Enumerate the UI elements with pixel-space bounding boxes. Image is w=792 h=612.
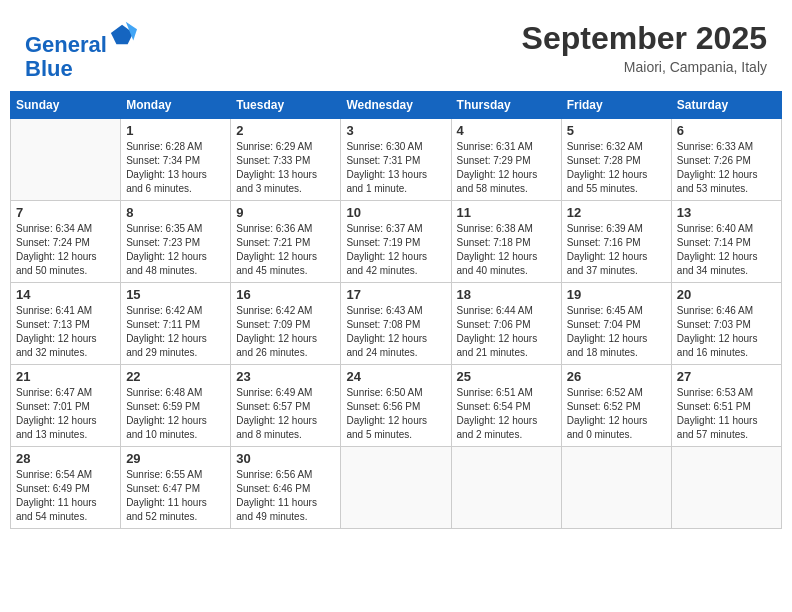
calendar-cell — [11, 119, 121, 201]
day-number: 4 — [457, 123, 556, 138]
day-number: 29 — [126, 451, 225, 466]
day-info: Sunrise: 6:29 AM Sunset: 7:33 PM Dayligh… — [236, 140, 335, 196]
day-number: 16 — [236, 287, 335, 302]
day-number: 25 — [457, 369, 556, 384]
day-info: Sunrise: 6:42 AM Sunset: 7:09 PM Dayligh… — [236, 304, 335, 360]
calendar-week-4: 21Sunrise: 6:47 AM Sunset: 7:01 PM Dayli… — [11, 365, 782, 447]
day-info: Sunrise: 6:55 AM Sunset: 6:47 PM Dayligh… — [126, 468, 225, 524]
day-number: 18 — [457, 287, 556, 302]
day-number: 12 — [567, 205, 666, 220]
calendar-cell: 28Sunrise: 6:54 AM Sunset: 6:49 PM Dayli… — [11, 447, 121, 529]
day-info: Sunrise: 6:50 AM Sunset: 6:56 PM Dayligh… — [346, 386, 445, 442]
calendar-cell: 10Sunrise: 6:37 AM Sunset: 7:19 PM Dayli… — [341, 201, 451, 283]
day-info: Sunrise: 6:36 AM Sunset: 7:21 PM Dayligh… — [236, 222, 335, 278]
calendar-cell: 20Sunrise: 6:46 AM Sunset: 7:03 PM Dayli… — [671, 283, 781, 365]
day-number: 28 — [16, 451, 115, 466]
day-number: 30 — [236, 451, 335, 466]
subtitle: Maiori, Campania, Italy — [522, 59, 767, 75]
day-info: Sunrise: 6:43 AM Sunset: 7:08 PM Dayligh… — [346, 304, 445, 360]
calendar-cell — [451, 447, 561, 529]
logo-icon — [109, 20, 137, 48]
calendar-cell: 18Sunrise: 6:44 AM Sunset: 7:06 PM Dayli… — [451, 283, 561, 365]
logo-line1: General — [25, 32, 107, 57]
calendar-week-3: 14Sunrise: 6:41 AM Sunset: 7:13 PM Dayli… — [11, 283, 782, 365]
day-header-tuesday: Tuesday — [231, 92, 341, 119]
calendar-cell — [671, 447, 781, 529]
calendar-week-2: 7Sunrise: 6:34 AM Sunset: 7:24 PM Daylig… — [11, 201, 782, 283]
day-info: Sunrise: 6:40 AM Sunset: 7:14 PM Dayligh… — [677, 222, 776, 278]
day-header-friday: Friday — [561, 92, 671, 119]
calendar-cell: 8Sunrise: 6:35 AM Sunset: 7:23 PM Daylig… — [121, 201, 231, 283]
day-info: Sunrise: 6:44 AM Sunset: 7:06 PM Dayligh… — [457, 304, 556, 360]
day-number: 8 — [126, 205, 225, 220]
day-number: 6 — [677, 123, 776, 138]
day-info: Sunrise: 6:34 AM Sunset: 7:24 PM Dayligh… — [16, 222, 115, 278]
calendar-cell: 7Sunrise: 6:34 AM Sunset: 7:24 PM Daylig… — [11, 201, 121, 283]
calendar-cell: 27Sunrise: 6:53 AM Sunset: 6:51 PM Dayli… — [671, 365, 781, 447]
day-info: Sunrise: 6:52 AM Sunset: 6:52 PM Dayligh… — [567, 386, 666, 442]
calendar-cell — [341, 447, 451, 529]
day-number: 15 — [126, 287, 225, 302]
day-number: 10 — [346, 205, 445, 220]
day-number: 20 — [677, 287, 776, 302]
day-info: Sunrise: 6:28 AM Sunset: 7:34 PM Dayligh… — [126, 140, 225, 196]
day-number: 2 — [236, 123, 335, 138]
day-info: Sunrise: 6:37 AM Sunset: 7:19 PM Dayligh… — [346, 222, 445, 278]
calendar-header-row: SundayMondayTuesdayWednesdayThursdayFrid… — [11, 92, 782, 119]
calendar-cell: 14Sunrise: 6:41 AM Sunset: 7:13 PM Dayli… — [11, 283, 121, 365]
day-info: Sunrise: 6:48 AM Sunset: 6:59 PM Dayligh… — [126, 386, 225, 442]
day-number: 19 — [567, 287, 666, 302]
calendar-week-1: 1Sunrise: 6:28 AM Sunset: 7:34 PM Daylig… — [11, 119, 782, 201]
day-header-sunday: Sunday — [11, 92, 121, 119]
logo-text: General Blue — [25, 20, 137, 81]
calendar-cell: 5Sunrise: 6:32 AM Sunset: 7:28 PM Daylig… — [561, 119, 671, 201]
day-info: Sunrise: 6:35 AM Sunset: 7:23 PM Dayligh… — [126, 222, 225, 278]
day-info: Sunrise: 6:31 AM Sunset: 7:29 PM Dayligh… — [457, 140, 556, 196]
calendar-cell: 21Sunrise: 6:47 AM Sunset: 7:01 PM Dayli… — [11, 365, 121, 447]
day-number: 22 — [126, 369, 225, 384]
calendar-cell: 2Sunrise: 6:29 AM Sunset: 7:33 PM Daylig… — [231, 119, 341, 201]
month-title: September 2025 — [522, 20, 767, 57]
day-info: Sunrise: 6:30 AM Sunset: 7:31 PM Dayligh… — [346, 140, 445, 196]
calendar-week-5: 28Sunrise: 6:54 AM Sunset: 6:49 PM Dayli… — [11, 447, 782, 529]
calendar-cell — [561, 447, 671, 529]
day-header-thursday: Thursday — [451, 92, 561, 119]
day-header-wednesday: Wednesday — [341, 92, 451, 119]
day-number: 23 — [236, 369, 335, 384]
calendar-cell: 17Sunrise: 6:43 AM Sunset: 7:08 PM Dayli… — [341, 283, 451, 365]
calendar-cell: 15Sunrise: 6:42 AM Sunset: 7:11 PM Dayli… — [121, 283, 231, 365]
day-number: 5 — [567, 123, 666, 138]
calendar-cell: 6Sunrise: 6:33 AM Sunset: 7:26 PM Daylig… — [671, 119, 781, 201]
calendar-cell: 26Sunrise: 6:52 AM Sunset: 6:52 PM Dayli… — [561, 365, 671, 447]
calendar-cell: 30Sunrise: 6:56 AM Sunset: 6:46 PM Dayli… — [231, 447, 341, 529]
calendar-cell: 24Sunrise: 6:50 AM Sunset: 6:56 PM Dayli… — [341, 365, 451, 447]
day-number: 14 — [16, 287, 115, 302]
calendar-cell: 1Sunrise: 6:28 AM Sunset: 7:34 PM Daylig… — [121, 119, 231, 201]
day-number: 24 — [346, 369, 445, 384]
day-info: Sunrise: 6:32 AM Sunset: 7:28 PM Dayligh… — [567, 140, 666, 196]
day-info: Sunrise: 6:54 AM Sunset: 6:49 PM Dayligh… — [16, 468, 115, 524]
calendar-cell: 13Sunrise: 6:40 AM Sunset: 7:14 PM Dayli… — [671, 201, 781, 283]
day-number: 26 — [567, 369, 666, 384]
day-info: Sunrise: 6:49 AM Sunset: 6:57 PM Dayligh… — [236, 386, 335, 442]
day-info: Sunrise: 6:51 AM Sunset: 6:54 PM Dayligh… — [457, 386, 556, 442]
day-number: 17 — [346, 287, 445, 302]
day-info: Sunrise: 6:46 AM Sunset: 7:03 PM Dayligh… — [677, 304, 776, 360]
day-info: Sunrise: 6:42 AM Sunset: 7:11 PM Dayligh… — [126, 304, 225, 360]
logo: General Blue — [25, 20, 137, 81]
calendar-cell: 22Sunrise: 6:48 AM Sunset: 6:59 PM Dayli… — [121, 365, 231, 447]
calendar-cell: 16Sunrise: 6:42 AM Sunset: 7:09 PM Dayli… — [231, 283, 341, 365]
calendar-cell: 19Sunrise: 6:45 AM Sunset: 7:04 PM Dayli… — [561, 283, 671, 365]
calendar-cell: 25Sunrise: 6:51 AM Sunset: 6:54 PM Dayli… — [451, 365, 561, 447]
day-info: Sunrise: 6:41 AM Sunset: 7:13 PM Dayligh… — [16, 304, 115, 360]
day-header-monday: Monday — [121, 92, 231, 119]
day-number: 21 — [16, 369, 115, 384]
day-info: Sunrise: 6:53 AM Sunset: 6:51 PM Dayligh… — [677, 386, 776, 442]
day-info: Sunrise: 6:47 AM Sunset: 7:01 PM Dayligh… — [16, 386, 115, 442]
calendar-cell: 3Sunrise: 6:30 AM Sunset: 7:31 PM Daylig… — [341, 119, 451, 201]
calendar-cell: 12Sunrise: 6:39 AM Sunset: 7:16 PM Dayli… — [561, 201, 671, 283]
day-info: Sunrise: 6:45 AM Sunset: 7:04 PM Dayligh… — [567, 304, 666, 360]
day-number: 1 — [126, 123, 225, 138]
day-number: 11 — [457, 205, 556, 220]
calendar-cell: 11Sunrise: 6:38 AM Sunset: 7:18 PM Dayli… — [451, 201, 561, 283]
